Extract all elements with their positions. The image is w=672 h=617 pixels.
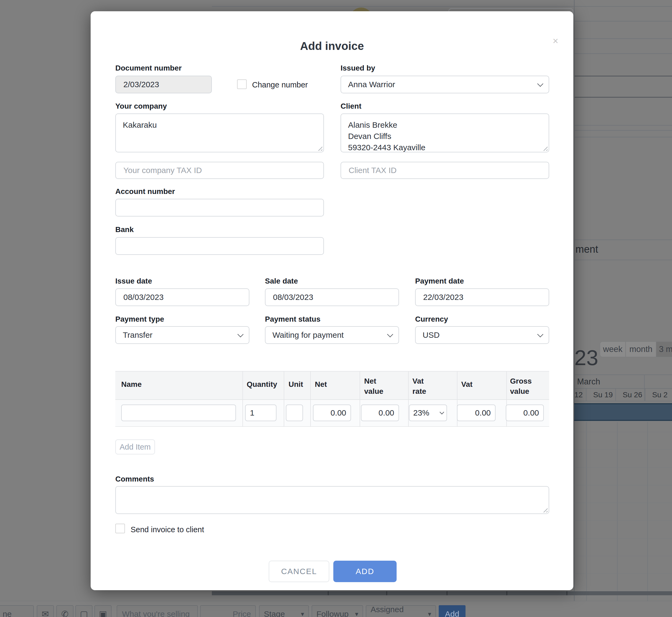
- col-header-vat: Vat: [461, 379, 472, 390]
- issued-by-value: Anna Warrior: [348, 80, 395, 89]
- cancel-label: CANCEL: [281, 567, 317, 576]
- col-header-net: Net: [315, 379, 327, 390]
- vat-rate-value: 23%: [413, 408, 429, 417]
- currency-label: Currency: [415, 315, 448, 324]
- document-number-label: Document number: [115, 64, 182, 72]
- document-number-input[interactable]: [115, 76, 212, 93]
- col-header-gross-value: Gross value: [510, 376, 540, 397]
- payment-type-select[interactable]: Transfer: [115, 326, 249, 344]
- chevron-down-icon: [439, 410, 444, 414]
- add-label: ADD: [356, 567, 374, 576]
- chevron-down-icon: [238, 331, 244, 338]
- client-textarea[interactable]: Alanis Brekke Devan Cliffs 59320-2443 Ka…: [341, 114, 549, 152]
- table-divider: [408, 371, 409, 427]
- client-tax-input[interactable]: [341, 162, 549, 179]
- comments-label: Comments: [115, 475, 154, 483]
- payment-date-input[interactable]: [415, 288, 549, 306]
- bank-label: Bank: [115, 225, 133, 234]
- app-screen: ment 23 week month 3 m March 12 Su 19 Su…: [0, 0, 672, 617]
- currency-select[interactable]: USD: [415, 326, 549, 344]
- table-divider: [310, 371, 311, 427]
- add-item-button[interactable]: Add Item: [115, 439, 155, 454]
- issue-date-label: Issue date: [115, 277, 152, 285]
- col-header-vat-rate: Vat rate: [412, 376, 434, 397]
- table-divider: [360, 371, 360, 427]
- col-header-quantity: Quantity: [247, 379, 277, 390]
- chevron-down-icon: [538, 331, 544, 338]
- col-header-unit: Unit: [289, 379, 303, 390]
- item-vat-rate-select[interactable]: 23%: [409, 405, 447, 421]
- payment-type-label: Payment type: [115, 315, 164, 324]
- issued-by-select[interactable]: Anna Warrior: [341, 76, 549, 93]
- change-number-checkbox[interactable]: [237, 79, 247, 89]
- currency-value: USD: [423, 331, 439, 340]
- bank-input[interactable]: [115, 237, 324, 255]
- payment-status-select[interactable]: Waiting for payment: [265, 326, 399, 344]
- your-company-label: Your company: [115, 102, 167, 111]
- add-button[interactable]: ADD: [333, 561, 397, 582]
- item-quantity-input[interactable]: [245, 405, 277, 421]
- items-table-header: [115, 371, 549, 400]
- change-number-label: Change number: [252, 80, 308, 89]
- payment-status-value: Waiting for payment: [273, 331, 344, 340]
- your-company-textarea[interactable]: Kakaraku: [115, 114, 324, 152]
- add-item-label: Add Item: [119, 443, 151, 451]
- your-company-tax-input[interactable]: [115, 162, 324, 179]
- account-number-input[interactable]: [115, 199, 324, 216]
- modal-content-layer: Document number Change number Issued by …: [0, 0, 672, 617]
- account-number-label: Account number: [115, 187, 175, 196]
- payment-status-label: Payment status: [265, 315, 320, 324]
- table-divider: [284, 371, 284, 427]
- comments-textarea[interactable]: [115, 486, 549, 514]
- item-net-input[interactable]: [313, 405, 351, 421]
- send-invoice-label: Send invoice to client: [130, 525, 204, 534]
- item-vat-input[interactable]: [457, 405, 495, 421]
- send-invoice-checkbox[interactable]: [115, 524, 125, 533]
- sale-date-input[interactable]: [265, 288, 399, 306]
- payment-type-value: Transfer: [123, 331, 152, 340]
- chevron-down-icon: [387, 331, 393, 338]
- cancel-button[interactable]: CANCEL: [269, 561, 329, 582]
- col-header-name: Name: [121, 379, 141, 390]
- issue-date-input[interactable]: [115, 288, 249, 306]
- issued-by-label: Issued by: [341, 64, 375, 72]
- client-label: Client: [341, 102, 361, 111]
- item-net-value-input[interactable]: [361, 405, 399, 421]
- payment-date-label: Payment date: [415, 277, 464, 285]
- sale-date-label: Sale date: [265, 277, 298, 285]
- table-divider: [243, 371, 243, 427]
- item-unit-input[interactable]: [286, 405, 303, 421]
- modal-content-inner: Document number Change number Issued by …: [0, 0, 672, 617]
- item-name-input[interactable]: [121, 405, 236, 421]
- chevron-down-icon: [538, 81, 544, 87]
- item-gross-value-input[interactable]: [506, 405, 544, 421]
- col-header-net-value: Net value: [364, 376, 391, 397]
